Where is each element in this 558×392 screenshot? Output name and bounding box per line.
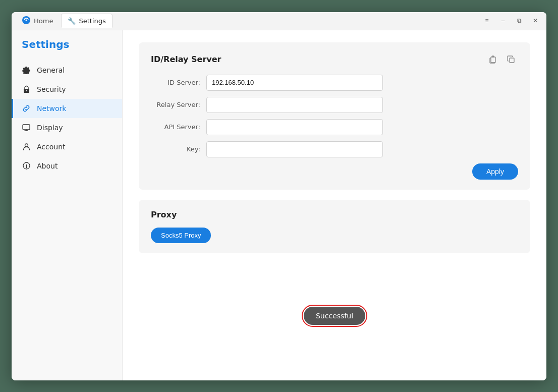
id-server-label: ID Server:: [151, 79, 206, 86]
main-area: Settings General: [12, 30, 546, 380]
svg-point-1: [26, 19, 27, 21]
svg-point-3: [26, 90, 27, 91]
apply-button[interactable]: Apply: [472, 163, 518, 180]
api-server-label: API Server:: [151, 123, 206, 131]
sidebar-item-security[interactable]: Security: [12, 80, 122, 99]
sidebar-title: Settings: [12, 38, 122, 61]
sidebar-item-account[interactable]: Account: [12, 137, 122, 156]
id-server-row: ID Server:: [151, 75, 518, 91]
svg-rect-9: [510, 58, 514, 63]
sidebar-item-network-label: Network: [37, 104, 66, 113]
home-tab[interactable]: Home: [16, 14, 59, 28]
monitor-icon: [22, 123, 31, 132]
api-server-input[interactable]: [206, 119, 383, 135]
api-server-row: API Server:: [151, 119, 518, 135]
id-server-input[interactable]: [206, 75, 383, 91]
person-icon: [22, 142, 31, 151]
proxy-card: Proxy Socks5 Proxy: [139, 200, 530, 253]
lock-icon: [22, 85, 31, 94]
card-title-icons: [486, 52, 518, 67]
titlebar-left: Home 🔧 Settings: [12, 14, 480, 28]
settings-tab-label: Settings: [79, 17, 105, 25]
titlebar: Home 🔧 Settings ≡ – ⧉ ✕: [12, 12, 546, 30]
svg-point-5: [25, 144, 28, 147]
sidebar-item-about-label: About: [37, 162, 58, 170]
sidebar-item-account-label: Account: [37, 143, 66, 151]
restore-button[interactable]: ⧉: [512, 14, 526, 28]
settings-tab[interactable]: 🔧 Settings: [61, 14, 112, 28]
svg-rect-4: [23, 125, 30, 130]
titlebar-controls: ≡ – ⧉ ✕: [480, 14, 546, 28]
sidebar-item-network[interactable]: Network: [12, 99, 122, 118]
main-window: Home 🔧 Settings ≡ – ⧉ ✕ Settings: [12, 12, 546, 380]
sidebar-item-security-label: Security: [37, 85, 66, 93]
content-area: ID/Relay Server: [123, 30, 546, 380]
svg-point-7: [26, 164, 27, 165]
apply-row: Apply: [151, 163, 518, 180]
content: ID/Relay Server: [123, 30, 546, 380]
key-input[interactable]: [206, 141, 383, 157]
id-relay-title-text: ID/Relay Server: [151, 54, 221, 64]
menu-button[interactable]: ≡: [480, 14, 494, 28]
relay-server-input[interactable]: [206, 97, 383, 113]
sidebar-item-general-label: General: [37, 66, 65, 74]
id-relay-card-title: ID/Relay Server: [151, 52, 518, 67]
close-button[interactable]: ✕: [528, 14, 542, 28]
svg-rect-8: [491, 57, 495, 63]
key-label: Key:: [151, 145, 206, 153]
id-relay-card: ID/Relay Server: [139, 42, 530, 190]
key-row: Key:: [151, 141, 518, 157]
link-icon: [22, 104, 31, 113]
proxy-card-title: Proxy: [151, 210, 518, 219]
sidebar-item-display-label: Display: [37, 124, 63, 132]
info-icon: [22, 161, 31, 171]
home-tab-label: Home: [34, 17, 53, 25]
sidebar-item-display[interactable]: Display: [12, 118, 122, 137]
gear-icon: [22, 66, 31, 75]
app-logo-icon: [22, 16, 31, 26]
sidebar-item-about[interactable]: About: [12, 156, 122, 176]
relay-server-row: Relay Server:: [151, 97, 518, 113]
sidebar-item-general[interactable]: General: [12, 61, 122, 80]
socks5-proxy-button[interactable]: Socks5 Proxy: [151, 228, 211, 243]
relay-server-label: Relay Server:: [151, 101, 206, 108]
clipboard-icon-btn[interactable]: [486, 52, 500, 67]
copy-icon-btn[interactable]: [504, 52, 518, 67]
proxy-title-text: Proxy: [151, 210, 177, 219]
sidebar: Settings General: [12, 30, 123, 380]
settings-tab-icon: 🔧: [68, 17, 76, 25]
minimize-button[interactable]: –: [496, 14, 510, 28]
